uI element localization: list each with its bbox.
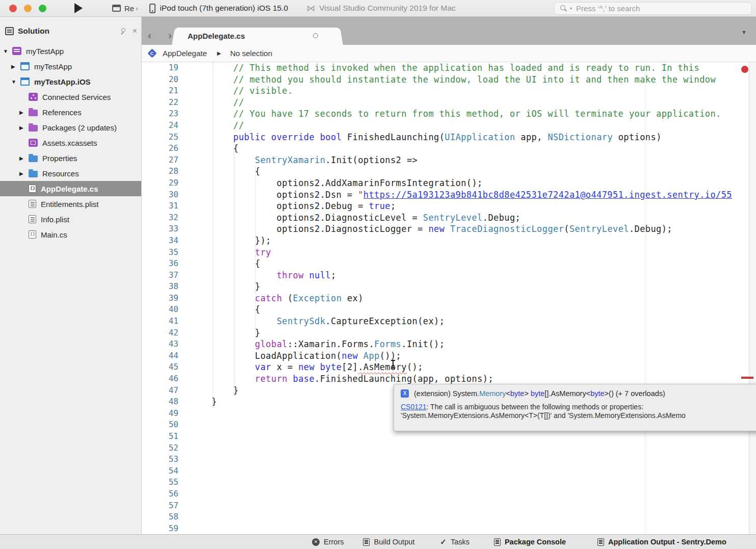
- code-line-20[interactable]: 20 // method you should instantiate the …: [142, 74, 756, 86]
- close-window-button[interactable]: [9, 5, 17, 12]
- error-code-link[interactable]: CS0121: [401, 403, 427, 411]
- code-text: options2.Dsn = "https://5a193123a9b841bc…: [178, 189, 732, 201]
- line-number: 36: [142, 258, 178, 270]
- code-text: [178, 511, 212, 523]
- disclosure-closed-icon[interactable]: ▶: [11, 64, 20, 69]
- text-cursor-icon: [393, 360, 394, 369]
- sidebar-item-packages-2-updates[interactable]: ▶Packages (2 updates): [0, 120, 141, 135]
- disclosure-closed-icon[interactable]: ▶: [19, 155, 29, 161]
- zoom-window-button[interactable]: [39, 5, 46, 12]
- configuration-label: Re: [124, 4, 134, 13]
- code-line-23[interactable]: 23 // You have 17 seconds to return from…: [142, 108, 756, 120]
- line-number: 51: [142, 431, 178, 442]
- status-item-application-output-sentry-demo[interactable]: Application Output - Sentry.Demo: [597, 538, 726, 546]
- code-line-53[interactable]: 53: [142, 454, 756, 465]
- line-number: 24: [142, 120, 178, 132]
- code-text: });: [178, 235, 271, 247]
- status-item-tasks[interactable]: ✓Tasks: [440, 537, 470, 546]
- code-line-24[interactable]: 24 //: [142, 120, 756, 132]
- solution-icon: [12, 47, 21, 55]
- code-line-25[interactable]: 25 public override bool FinishedLaunchin…: [142, 132, 756, 143]
- code-text: [178, 477, 212, 488]
- line-number: 38: [142, 281, 178, 293]
- tab-list-dropdown[interactable]: ▼: [741, 29, 747, 35]
- code-text: options2.DiagnosticLevel = SentryLevel.D…: [178, 212, 520, 224]
- sidebar-item-assets-xcassets[interactable]: Assets.xcassets: [0, 135, 141, 150]
- breadcrumb-scope[interactable]: AppDelegate: [163, 49, 207, 58]
- minimize-window-button[interactable]: [24, 5, 32, 12]
- sidebar-item-info-plist[interactable]: Info.plist: [0, 212, 141, 227]
- sidebar-item-connected-services[interactable]: Connected Services: [0, 89, 141, 104]
- indent-guide: [255, 166, 256, 338]
- breadcrumb: C AppDelegate ▶ No selection: [142, 45, 756, 62]
- tab-appdelegate[interactable]: AppDelegate.cs: [178, 28, 336, 45]
- status-item-errors[interactable]: ✕Errors: [312, 538, 344, 546]
- navigate-back-button[interactable]: ‹: [148, 29, 151, 41]
- disclosure-closed-icon[interactable]: ▶: [19, 125, 29, 130]
- navigate-forward-button[interactable]: ›: [168, 29, 172, 41]
- code-text: }: [178, 385, 239, 397]
- error-marker-line: [741, 377, 753, 379]
- sidebar-item-mytestapp[interactable]: ▶myTestApp: [0, 59, 141, 74]
- line-number: 29: [142, 177, 178, 189]
- close-icon[interactable]: ×: [133, 27, 137, 35]
- device-label: iPod touch (7th generation) iOS 15.0: [160, 4, 289, 13]
- code-line-59[interactable]: 59: [142, 523, 756, 534]
- run-button[interactable]: [74, 3, 83, 13]
- window-title: ⋈ Visual Studio Community 2019 for Mac: [306, 3, 456, 13]
- code-line-55[interactable]: 55: [142, 477, 756, 488]
- sidebar-item-mytestapp[interactable]: ▼myTestApp: [0, 43, 141, 59]
- disclosure-open-icon[interactable]: ▼: [11, 79, 20, 85]
- sidebar-item-main-cs[interactable]: Main.cs: [0, 227, 141, 242]
- line-number: 26: [142, 143, 178, 154]
- vertical-scrollbar[interactable]: [749, 62, 756, 534]
- code-line-56[interactable]: 56: [142, 488, 756, 500]
- code-line-51[interactable]: 51: [142, 431, 756, 442]
- code-line-54[interactable]: 54: [142, 465, 756, 477]
- sidebar-item-appdelegate-cs[interactable]: AppDelegate.cs: [0, 181, 141, 196]
- sidebar-item-properties[interactable]: ▶Properties: [0, 150, 141, 166]
- sidebar-item-entitlements-plist[interactable]: Entitlements.plist: [0, 196, 141, 212]
- sidebar-item-label: Properties: [42, 154, 77, 163]
- line-number: 54: [142, 465, 178, 477]
- build-configuration-selector[interactable]: Re ›: [112, 4, 138, 13]
- sidebar-item-references[interactable]: ▶References: [0, 104, 141, 120]
- code-line-22[interactable]: 22 //: [142, 97, 756, 109]
- line-number: 42: [142, 327, 178, 339]
- sidebar-item-label: Resources: [42, 169, 79, 178]
- pin-icon[interactable]: [120, 28, 126, 35]
- code-text: var x = new byte[2].AsMemory();: [178, 361, 423, 373]
- breadcrumb-selection[interactable]: No selection: [230, 49, 272, 58]
- line-number: 22: [142, 97, 178, 109]
- code-text: options2.AddXamarinFormsIntegration();: [178, 177, 483, 189]
- csharp-class-icon: C: [147, 48, 157, 58]
- device-selector[interactable]: iPod touch (7th generation) iOS 15.0: [149, 4, 289, 13]
- code-line-57[interactable]: 57: [142, 500, 756, 512]
- sidebar-item-label: Assets.xcassets: [42, 139, 97, 147]
- indent-guide: [213, 62, 213, 408]
- tooltip-signature: (extension) System.Memory<byte> byte[].A…: [414, 389, 665, 398]
- code-line-19[interactable]: 19 // This method is invoked when the ap…: [142, 62, 756, 74]
- code-text: }: [178, 327, 260, 339]
- code-line-21[interactable]: 21 // visible.: [142, 85, 756, 97]
- sidebar-item-mytestapp-ios[interactable]: ▼myTestApp.iOS: [0, 74, 141, 89]
- code-text: options2.DiagnosticLogger = new TraceDia…: [178, 223, 672, 235]
- status-item-build-output[interactable]: Build Output: [363, 538, 414, 546]
- disclosure-open-icon[interactable]: ▼: [3, 48, 12, 54]
- sidebar-item-label: myTestApp.iOS: [34, 77, 91, 86]
- disclosure-closed-icon[interactable]: ▶: [19, 110, 29, 115]
- line-number: 21: [142, 85, 178, 97]
- disclosure-closed-icon[interactable]: ▶: [19, 171, 29, 176]
- search-icon: [560, 5, 568, 13]
- sidebar-item-resources[interactable]: ▶Resources: [0, 166, 141, 181]
- code-text: [178, 523, 212, 534]
- code-editor[interactable]: 19 // This method is invoked when the ap…: [142, 62, 756, 534]
- code-text: [178, 431, 212, 442]
- cs-file-icon: [29, 230, 36, 239]
- status-item-package-console[interactable]: Package Console: [494, 538, 566, 546]
- code-line-58[interactable]: 58: [142, 511, 756, 523]
- project-icon: [20, 62, 30, 70]
- line-number: 28: [142, 166, 178, 177]
- code-line-52[interactable]: 52: [142, 442, 756, 454]
- global-search-input[interactable]: ▾ Press '^,' to search: [554, 2, 752, 15]
